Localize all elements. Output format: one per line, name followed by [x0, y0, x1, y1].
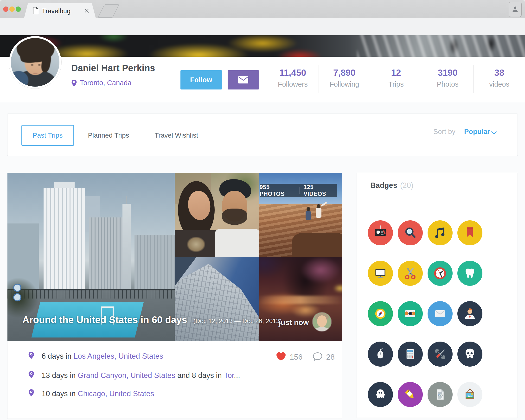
browser-profile-button[interactable] [509, 2, 522, 17]
skull-icon [462, 346, 478, 362]
trip-title: Around the United States in 60 days [22, 314, 187, 325]
envelope-icon [432, 306, 448, 321]
badge-compass[interactable] [368, 301, 393, 326]
badges-count: (20) [400, 181, 413, 190]
profile-location-text: Toronto, Canada [80, 79, 131, 87]
trips-tab-bar: Past Trips Planned Trips Travel Wishlist… [7, 113, 518, 156]
trip-photo-vegas-night[interactable] [259, 257, 342, 341]
badge-doc[interactable]: DOC [428, 382, 453, 407]
sort-by-label: Sort by [433, 128, 455, 136]
profile-location[interactable]: Toronto, Canada [71, 79, 131, 87]
badge-calculator[interactable] [398, 342, 423, 367]
badge-person[interactable] [457, 301, 482, 326]
follow-button[interactable]: Follow [180, 70, 222, 90]
gamepad-icon [373, 225, 388, 241]
compass-icon [373, 306, 388, 321]
badge-picture[interactable] [457, 382, 482, 407]
message-button[interactable] [228, 70, 259, 90]
tab-close-icon[interactable] [84, 8, 90, 13]
stat-following[interactable]: 7,890 Following [319, 65, 370, 93]
cover-photo [0, 35, 525, 57]
location-pin-icon [28, 389, 34, 398]
trip-location-row: 6 days inLos Angeles, United States [42, 352, 163, 361]
clock-icon [432, 266, 448, 281]
badge-skull[interactable] [457, 342, 482, 367]
person-icon [511, 5, 519, 13]
location-link[interactable]: Chicago, United States [78, 390, 154, 398]
minimize-window-button[interactable] [9, 7, 15, 12]
location-link[interactable]: Tor [224, 371, 234, 380]
browser-window: Travelbug travelbug.com/profile/ [0, 0, 525, 420]
ghost-icon [373, 387, 388, 402]
calculator-icon [403, 346, 418, 362]
tab-title: Travelbug [42, 8, 71, 15]
heart-icon[interactable] [276, 352, 286, 362]
search-icon [403, 225, 418, 241]
trip-location-row: 10 days inChicago, United States [42, 390, 154, 398]
badge-monitor[interactable] [368, 261, 393, 286]
monitor-icon [373, 266, 388, 281]
badges-title: Badges(20) [370, 181, 413, 190]
location-pin-icon [28, 351, 34, 360]
person-icon [462, 306, 478, 321]
trip-location-row: 13 days inGrand Canyon, United Statesand… [42, 371, 240, 380]
trip-card: 955 PHOTOS 125 VIDEOS Around the United … [7, 173, 342, 419]
mouse-icon [373, 346, 388, 362]
comments-count: 28 [326, 353, 335, 362]
picture-icon [462, 387, 478, 402]
stat-videos[interactable]: 38 videos [473, 65, 525, 93]
stat-photos[interactable]: 3190 Photos [422, 65, 474, 93]
music-icon [432, 225, 448, 241]
new-tab-button[interactable] [98, 4, 119, 18]
badge-clock[interactable] [428, 261, 453, 286]
stat-trips[interactable]: 12 Trips [370, 65, 422, 93]
browser-tabstrip: Travelbug [0, 0, 525, 18]
browser-toolbar: travelbug.com/profile/ [0, 18, 525, 35]
location-link[interactable]: Grand Canyon, United States [78, 371, 175, 380]
tooth-icon [462, 266, 478, 281]
scissors-icon [403, 266, 418, 281]
sort-dropdown[interactable]: Popular [464, 128, 490, 136]
badge-scissors[interactable] [398, 261, 423, 286]
badge-mouse[interactable] [368, 342, 393, 367]
browser-tab[interactable]: Travelbug [24, 3, 96, 18]
comment-icon[interactable] [313, 352, 323, 362]
badge-envelope[interactable] [428, 301, 453, 326]
tag-icon [403, 387, 418, 402]
badge-bookmark[interactable] [457, 220, 482, 245]
location-pin-icon [28, 371, 34, 379]
tools-icon [432, 346, 448, 362]
videos-count: 125 VIDEOS [304, 184, 337, 197]
trip-date-range: (Dec 12, 2013 — Dec 26, 2013) [193, 317, 282, 325]
trip-photo-skyscraper[interactable] [175, 257, 259, 341]
bookmark-icon [462, 225, 478, 241]
badge-tools[interactable] [428, 342, 453, 367]
badge-tag[interactable] [398, 382, 423, 407]
stat-followers[interactable]: 11,450 Followers [267, 65, 319, 93]
badge-ghost[interactable] [368, 382, 393, 407]
tab-planned-trips[interactable]: Planned Trips [82, 125, 135, 146]
zoom-window-button[interactable] [16, 7, 21, 12]
location-link[interactable]: Los Angeles, United States [74, 352, 163, 360]
trip-posted-time: just now [279, 318, 309, 327]
tab-past-trips[interactable]: Past Trips [21, 125, 74, 146]
badge-search[interactable] [398, 220, 423, 245]
poster-avatar[interactable] [313, 312, 331, 331]
badge-tooth[interactable] [457, 261, 482, 286]
chevron-down-icon[interactable] [491, 131, 497, 135]
profile-stats: 11,450 Followers 7,890 Following 12 Trip… [267, 65, 525, 93]
location-pin-icon [71, 79, 77, 87]
close-window-button[interactable] [3, 7, 9, 12]
profile-avatar[interactable] [9, 36, 61, 89]
badge-camera[interactable] [398, 301, 423, 326]
badge-music[interactable] [428, 220, 453, 245]
tab-travel-wishlist[interactable]: Travel Wishlist [148, 125, 205, 146]
trip-photo-couple[interactable] [175, 173, 259, 257]
doc-icon: DOC [432, 387, 448, 402]
page-favicon-icon [33, 7, 38, 14]
badge-grid: DOC [368, 220, 482, 407]
media-count-badge: 955 PHOTOS 125 VIDEOS [260, 184, 337, 197]
badge-gamepad[interactable] [368, 220, 393, 245]
profile-name: Daniel Hart Perkins [71, 63, 155, 73]
svg-text:DOC: DOC [438, 394, 443, 396]
